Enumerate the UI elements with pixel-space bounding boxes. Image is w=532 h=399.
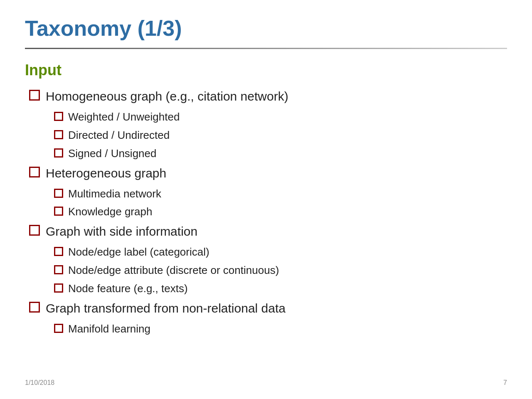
checkbox-sub-2-1 [54,265,63,274]
footer-date: 1/10/2018 [25,379,54,387]
checkbox-main-3 [29,302,40,313]
main-item-text-2: Graph with side information [46,223,197,239]
content-area: Homogeneous graph (e.g., citation networ… [25,88,507,336]
title-section: Taxonomy (1/3) [25,17,507,49]
sub-item-text-1-1: Knowledge graph [68,205,152,219]
checkbox-sub-1-0 [54,189,63,198]
list-item-main-0: Homogeneous graph (e.g., citation networ… [29,88,507,104]
checkbox-sub-0-1 [54,130,63,139]
list-item-sub-3-0: Manifold learning [29,322,507,336]
main-item-text-1: Heterogeneous graph [46,165,166,181]
slide-title: Taxonomy (1/3) [25,17,507,40]
section-heading: Input [25,62,507,79]
checkbox-sub-2-2 [54,283,63,293]
slide-container: Taxonomy (1/3) Input Homogeneous graph (… [0,0,532,399]
list-item-main-1: Heterogeneous graph [29,165,507,181]
list-item-sub-2-2: Node feature (e.g., texts) [29,282,507,296]
sub-item-text-3-0: Manifold learning [68,322,150,336]
sub-item-text-0-0: Weighted / Unweighted [68,110,180,124]
checkbox-sub-0-0 [54,112,63,121]
list-item-sub-1-0: Multimedia network [29,187,507,201]
checkbox-sub-1-1 [54,207,63,216]
list-item-sub-0-1: Directed / Undirected [29,128,507,143]
checkbox-sub-0-2 [54,148,63,158]
list-item-sub-0-0: Weighted / Unweighted [29,110,507,124]
main-item-text-3: Graph transformed from non-relational da… [46,300,286,316]
list-item-main-2: Graph with side information [29,223,507,239]
title-divider [25,48,507,49]
checkbox-main-2 [29,225,40,236]
list-item-sub-1-1: Knowledge graph [29,205,507,219]
sub-item-text-2-2: Node feature (e.g., texts) [68,282,188,296]
sub-item-text-0-2: Signed / Unsigned [68,147,156,161]
sub-item-text-0-1: Directed / Undirected [68,128,170,143]
sub-item-text-2-0: Node/edge label (categorical) [68,245,209,259]
checkbox-sub-3-0 [54,324,63,333]
footer: 1/10/2018 7 [25,379,507,387]
list-item-sub-2-1: Node/edge attribute (discrete or continu… [29,264,507,278]
list-item-sub-0-2: Signed / Unsigned [29,147,507,161]
sub-item-text-1-0: Multimedia network [68,187,161,201]
checkbox-main-0 [29,90,40,101]
checkbox-sub-2-0 [54,247,63,256]
sub-item-text-2-1: Node/edge attribute (discrete or continu… [68,264,279,278]
checkbox-main-1 [29,167,40,177]
main-item-text-0: Homogeneous graph (e.g., citation networ… [46,88,288,104]
footer-page: 7 [503,379,507,387]
list-item-main-3: Graph transformed from non-relational da… [29,300,507,316]
list-item-sub-2-0: Node/edge label (categorical) [29,245,507,259]
